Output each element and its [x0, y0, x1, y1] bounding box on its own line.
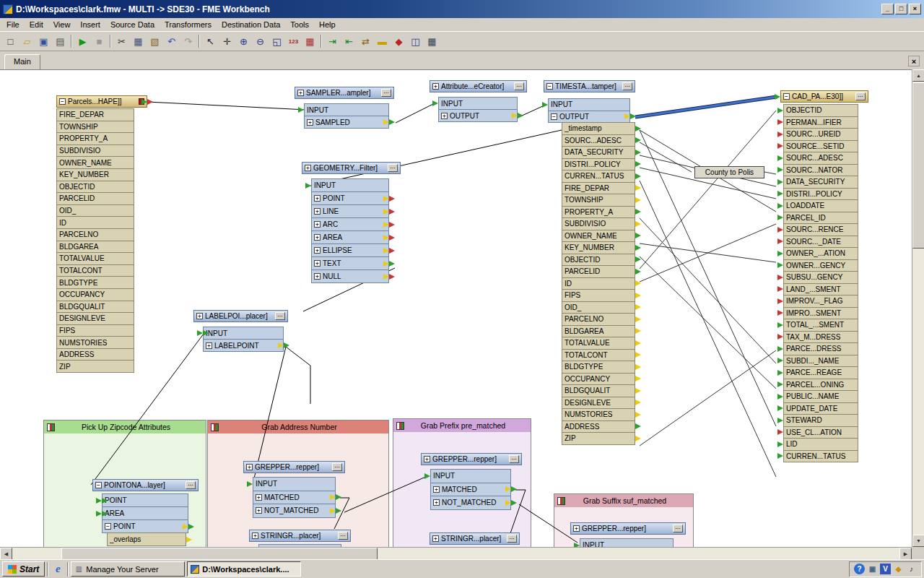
menu-transformers[interactable]: Transformers — [160, 19, 217, 31]
port-row[interactable]: +LABELPOINT — [203, 339, 284, 352]
port-row[interactable]: INPUT — [311, 178, 389, 192]
attribute-row[interactable]: OWNER_NAME — [56, 156, 134, 169]
collapse-toggle[interactable]: − — [783, 93, 790, 100]
attribute-row[interactable]: IMPRO...SMENT — [783, 307, 858, 320]
attribute-row[interactable]: SOURC...ADESC — [562, 134, 635, 147]
attribute-row[interactable]: OBJECTID — [562, 254, 635, 267]
attribute-row[interactable]: PARCEL_ID — [783, 212, 858, 225]
attribute-row[interactable]: OBJECTID — [783, 104, 858, 117]
collapse-toggle[interactable]: + — [432, 535, 439, 542]
properties-button[interactable]: ... — [855, 92, 866, 100]
attribute-row[interactable]: DISTRI...POLICY — [562, 158, 635, 171]
attribute-row[interactable]: FIRE_DEPAR — [56, 108, 134, 121]
attribute-row[interactable]: NUMSTORIES — [562, 408, 635, 421]
attribute-row[interactable]: SOURC...UREID — [783, 128, 858, 141]
node-stringreplacer-prefix[interactable]: +STRINGR...placer]...INPUT — [430, 532, 520, 547]
properties-button[interactable]: ... — [673, 525, 683, 532]
open-icon[interactable]: ▱ — [19, 33, 35, 49]
attribute-row[interactable]: ADDRESS — [562, 420, 635, 434]
node-attribute-creator[interactable]: +Attribute...eCreator]...INPUT+OUTPUT — [430, 80, 527, 122]
properties-button[interactable]: ... — [507, 535, 517, 543]
pan-icon[interactable]: ✛ — [219, 33, 235, 49]
port-row[interactable]: +OUTPUT — [438, 109, 518, 122]
attribute-row[interactable]: OCCUPANCY — [562, 373, 635, 386]
node-pointonarea-overlayer[interactable]: −POINTONA...layer]...POINTAREA−POINT_ove… — [92, 479, 199, 546]
zoom-extents-icon[interactable]: ◱ — [269, 33, 285, 49]
insert-transformer-icon[interactable]: ⇄ — [357, 33, 374, 49]
close-button[interactable]: × — [909, 4, 921, 14]
help-book-icon[interactable]: ◫ — [407, 33, 424, 49]
maximize-button[interactable]: □ — [895, 4, 907, 14]
zoom-in-icon[interactable]: ⊕ — [235, 33, 252, 49]
attribute-row[interactable]: FIPS — [562, 289, 635, 302]
attribute-row[interactable]: TOTALCONT — [56, 264, 134, 277]
port-expand-toggle[interactable]: + — [314, 234, 321, 241]
attribute-row[interactable]: SOURC...ADESC — [783, 152, 858, 165]
attribute-row[interactable]: TOTALCONT — [562, 349, 635, 362]
attribute-row[interactable]: SUBSU...GENCY — [783, 271, 858, 284]
properties-button[interactable]: ... — [381, 89, 391, 97]
tab-main[interactable]: Main — [4, 54, 40, 69]
port-row[interactable]: +MATCHED — [253, 491, 336, 505]
node-grepper-prefix[interactable]: +GREPPER...repper]...INPUT+MATCHED+NOT_M… — [421, 453, 522, 510]
menu-source-data[interactable]: Source Data — [105, 19, 160, 31]
node-geometry-filter[interactable]: +GEOMETRY...Filter]...INPUT+POINT+LINE+A… — [302, 162, 401, 283]
port-row[interactable]: INPUT — [548, 98, 630, 111]
attribute-row[interactable]: KEY_NUMBER — [562, 241, 635, 254]
port-expand-toggle[interactable]: + — [314, 195, 321, 202]
port-row[interactable]: +ARC — [311, 217, 389, 231]
help-icon[interactable]: ? — [854, 564, 865, 574]
print-icon[interactable]: ▤ — [52, 33, 69, 49]
attribute-row[interactable]: SOURC..._DATE — [783, 236, 858, 249]
attribute-row[interactable]: NUMSTORIES — [56, 336, 134, 349]
port-row[interactable]: +TEXT — [311, 256, 389, 270]
attribute-row[interactable]: LOADDATE — [783, 199, 858, 212]
undo-icon[interactable]: ↶ — [163, 33, 180, 49]
port-row[interactable]: INPUT — [438, 97, 518, 110]
attribute-row[interactable]: OWNER...GENCY — [783, 259, 858, 272]
attribute-row[interactable]: ZIP — [562, 432, 635, 445]
attribute-row[interactable]: PARCELID — [562, 265, 635, 278]
attribute-row[interactable]: TOTAL_...SMENT — [783, 319, 858, 332]
attribute-row[interactable]: DESIGNLEVE — [56, 312, 134, 325]
minimize-button[interactable]: _ — [881, 4, 894, 14]
port-expand-toggle[interactable]: + — [307, 119, 313, 126]
attribute-row[interactable]: PARCE...REAGE — [783, 366, 858, 379]
attribute-row[interactable]: DATA_SECURITY — [562, 146, 635, 159]
attribute-row[interactable]: CURREN...TATUS — [783, 450, 858, 463]
node-grepper-address[interactable]: +GREPPER...repper]...INPUT+MATCHED+NOT_M… — [243, 461, 345, 518]
properties-button[interactable]: ... — [509, 455, 519, 463]
node-timestamper[interactable]: −TIMESTA...tamper]...INPUT−OUTPUT_timest… — [544, 80, 635, 445]
attribute-row[interactable]: OID_ — [56, 204, 134, 217]
collapse-toggle[interactable]: + — [305, 165, 311, 171]
run-icon[interactable]: ▶ — [74, 33, 91, 49]
properties-button[interactable]: ... — [338, 532, 348, 540]
snap-grid-icon[interactable]: ▦ — [302, 33, 318, 49]
update-icon[interactable]: ◈ — [893, 564, 904, 574]
attribute-row[interactable]: DESIGNLEVE — [562, 397, 635, 410]
port-row[interactable]: +AREA — [311, 230, 389, 244]
node-grepper-suffix[interactable]: +GREPPER...repper]...INPUT — [570, 522, 686, 547]
attribute-row[interactable]: BLDGQUALIT — [56, 301, 134, 314]
port-row[interactable]: +MATCHED — [430, 483, 511, 497]
port-row[interactable]: +ELLIPSE — [311, 243, 389, 257]
port-row[interactable]: −OUTPUT — [548, 111, 630, 124]
scroll-down-button[interactable]: ▼ — [912, 535, 924, 547]
attribute-row[interactable]: PARCEL...ONING — [783, 379, 858, 392]
collapse-toggle[interactable]: − — [95, 482, 102, 488]
attribute-row[interactable]: SUBDIVISIO — [562, 217, 635, 230]
task-button[interactable]: D:\Workspaces\clark.... — [187, 561, 301, 577]
collapse-toggle[interactable]: + — [573, 525, 580, 532]
attribute-row[interactable]: PROPERTY_A — [56, 132, 134, 145]
attribute-row[interactable]: PARCELID — [56, 192, 134, 205]
shield-icon[interactable]: V — [880, 564, 891, 574]
port-expand-toggle[interactable]: + — [256, 494, 262, 501]
collapse-toggle[interactable]: + — [424, 456, 430, 462]
attribute-row[interactable]: PARCELNO — [56, 228, 134, 241]
port-expand-toggle[interactable]: − — [551, 113, 557, 120]
attribute-row[interactable]: USE_CL...ATION — [783, 426, 858, 439]
menu-file[interactable]: File — [1, 19, 25, 31]
attribute-row[interactable]: PARCE...DRESS — [783, 342, 858, 355]
zoom-out-icon[interactable]: ⊖ — [252, 33, 269, 49]
attribute-row[interactable]: TOTALVALUE — [562, 337, 635, 350]
